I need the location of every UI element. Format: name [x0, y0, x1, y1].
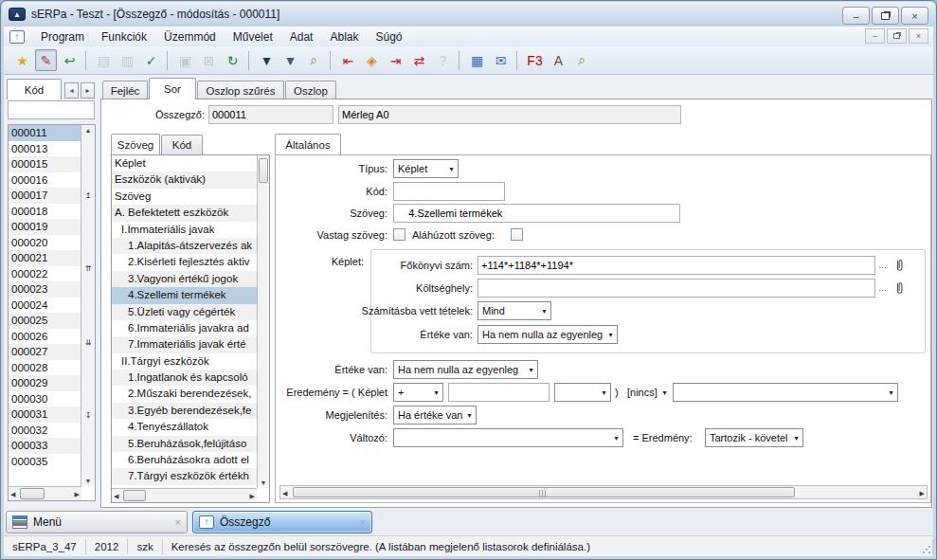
mail-icon[interactable]: ✉ [490, 49, 512, 71]
tab-scroll-right-button[interactable]: ▸ [81, 82, 95, 99]
menu-item[interactable]: Program [32, 28, 93, 45]
fokonyvi-ellipsis-button[interactable]: … [878, 256, 887, 275]
child-window-icon[interactable]: ↑ [9, 30, 25, 44]
vastag-checkbox[interactable] [393, 228, 405, 241]
tree-item[interactable]: 6.Immateriális javakra ad [112, 320, 257, 336]
filter-document-icon[interactable]: ▼ [279, 49, 301, 71]
list-item-code[interactable]: 000023 [9, 281, 81, 298]
print-icon[interactable]: ▤ [93, 49, 115, 71]
menu-item[interactable]: Művelet [225, 28, 281, 45]
list-item-code[interactable]: 000028 [9, 360, 81, 376]
code-search-input[interactable] [8, 100, 95, 119]
erteke-van-select[interactable]: Ha nem nulla az egyenleg ▾ [393, 360, 538, 379]
hscroll-thumb[interactable] [20, 488, 45, 499]
menu-item[interactable]: Ablak [321, 28, 367, 45]
tree-item[interactable]: 3.Vagyoni értékű jogok [112, 271, 257, 287]
code-list-vscrollbar[interactable]: ▲ ↥⇈⇊↧ ▼ [81, 125, 95, 486]
scroll-left-icon[interactable]: ◀ [10, 491, 15, 498]
calculator-icon[interactable]: ▦ [466, 49, 488, 71]
tree-item[interactable]: 1.Alapitás-átszervezés ak [112, 238, 257, 254]
window-tab-menu[interactable]: Menü × [6, 511, 188, 533]
list-item-code[interactable]: 000017 [9, 188, 81, 204]
tab-scroll-left-button[interactable]: ◂ [64, 82, 79, 99]
menu-item[interactable]: Funkciók [93, 28, 155, 45]
list-item-code[interactable]: 000027 [9, 344, 81, 360]
list-item-code[interactable]: 000031 [9, 406, 81, 423]
tab-oszlop[interactable]: Oszlop [285, 81, 336, 99]
menu-item[interactable]: Adat [281, 28, 322, 45]
edit-row-icon[interactable]: ◈ [361, 49, 383, 71]
eredemeny-select2[interactable]: ▾ [554, 383, 611, 402]
tree-item[interactable]: 4.Szellemi termékek [112, 287, 257, 303]
list-item-code[interactable]: 000018 [9, 204, 81, 220]
copy-row-icon[interactable]: ⇥ [385, 49, 406, 71]
accept-icon[interactable]: ✓ [140, 49, 162, 71]
save-cancel-icon[interactable]: ⊠ [198, 49, 220, 71]
zoom-icon[interactable]: ⌕ [571, 49, 593, 71]
list-item-code[interactable]: 000030 [9, 391, 81, 407]
list-item-code[interactable]: 000015 [9, 156, 81, 172]
tree-item[interactable]: 6.Beruházásokra adott el [112, 452, 257, 468]
list-item-code[interactable]: 000013 [9, 141, 81, 157]
tree-item[interactable]: 1.Ingatlanok és kapcsoló [112, 370, 257, 386]
tab-fejlec[interactable]: Fejléc [102, 81, 148, 99]
resize-grip[interactable] [922, 545, 931, 554]
fokonyvi-attachment-icon[interactable] [894, 258, 905, 276]
nincs-select[interactable]: [nincs] ▾ [623, 383, 671, 402]
scroll-mark-icon[interactable]: ↧ [85, 411, 92, 420]
list-item-code[interactable]: 000026 [9, 329, 81, 345]
list-item-code[interactable]: 000024 [9, 298, 81, 314]
scroll-down-icon[interactable]: ▼ [258, 479, 269, 486]
tree-item[interactable]: 5.Beruházások,felújitáso [112, 436, 257, 452]
tree-hscrollbar[interactable]: ◀ ▶ [112, 488, 257, 502]
tree-item[interactable]: 2.Műszaki berendezések, [112, 386, 257, 402]
szoveg-input[interactable]: 4.Szellemi termékek [393, 204, 680, 223]
scroll-right-icon[interactable]: ▶ [920, 490, 925, 497]
tree-item[interactable]: A. Befektetett eszközök [112, 205, 257, 221]
scroll-mark-icon[interactable]: ⇈ [85, 264, 92, 273]
mdi-minimize-button[interactable]: – [865, 28, 885, 44]
print-preview-icon[interactable]: ▥ [117, 49, 138, 71]
menu-item[interactable]: Súgó [367, 28, 410, 45]
scroll-right-icon[interactable]: ▶ [75, 491, 80, 498]
tree-item[interactable]: II.Tárgyi eszközök [112, 353, 257, 370]
scroll-left-icon[interactable]: ◀ [282, 490, 287, 497]
eredemeny-op-select[interactable]: + ▾ [393, 383, 443, 402]
title-bar[interactable]: ▲ sERPa - Teszt - [Összegző - módosítás … [2, 2, 935, 27]
search-icon[interactable]: ⌕ [303, 49, 325, 71]
eredemeny-input[interactable] [448, 383, 550, 402]
tree-item[interactable]: 7.Tárgyi eszközök értékh [112, 468, 257, 484]
erteke-van-group-select[interactable]: Ha nem nulla az egyenleg ▾ [478, 325, 618, 344]
scroll-up-icon[interactable]: ▲ [81, 127, 95, 134]
tree-item[interactable]: 7.Immateriális javak érté [112, 336, 257, 352]
tipus-select[interactable]: Képlet ▾ [393, 159, 459, 178]
close-button[interactable]: × [901, 7, 928, 25]
scroll-mark-icon[interactable]: ↥ [85, 191, 92, 200]
form-hscrollbar[interactable]: ◀ ▶ [279, 485, 928, 499]
filter-icon[interactable]: ▼ [256, 49, 278, 71]
vscroll-thumb[interactable] [259, 158, 268, 183]
tab-szoveg[interactable]: Szöveg [111, 134, 160, 154]
alahuzott-checkbox[interactable] [511, 228, 523, 241]
menu-item[interactable]: Üzemmód [155, 28, 225, 45]
eredmeny-select[interactable]: Tartozik - követel ▾ [705, 428, 803, 447]
tree-item[interactable]: 3.Egyéb berendezések,fe [112, 403, 257, 419]
close-tab-icon[interactable]: × [175, 516, 181, 528]
tree-item[interactable]: 2.Kisérleti fejlesztés aktiv [112, 254, 257, 270]
list-item-code[interactable]: 000033 [9, 438, 81, 454]
new-icon[interactable]: ★ [11, 49, 33, 71]
minimize-button[interactable]: – [842, 7, 870, 25]
tree-item[interactable]: Képlet [112, 155, 257, 172]
tree-item[interactable]: 4.Tenyészállatok [112, 419, 257, 435]
list-item-code[interactable]: 000022 [9, 266, 81, 282]
restore-button[interactable] [872, 7, 899, 25]
window-tab-osszegzo[interactable]: ↑ Összegző × [192, 511, 372, 533]
valtozo-select[interactable]: ▾ [393, 428, 623, 447]
scroll-right-icon[interactable]: ▶ [250, 493, 255, 500]
list-item-code[interactable]: 000019 [9, 219, 81, 235]
tree-item[interactable]: 5.Üzleti vagy cégérték [112, 304, 257, 320]
list-item-code[interactable]: 000025 [9, 313, 81, 329]
code-list-hscrollbar[interactable]: ◀ ▶ [9, 486, 81, 500]
kod-input[interactable] [393, 182, 505, 201]
tab-sor[interactable]: Sor [149, 78, 196, 99]
